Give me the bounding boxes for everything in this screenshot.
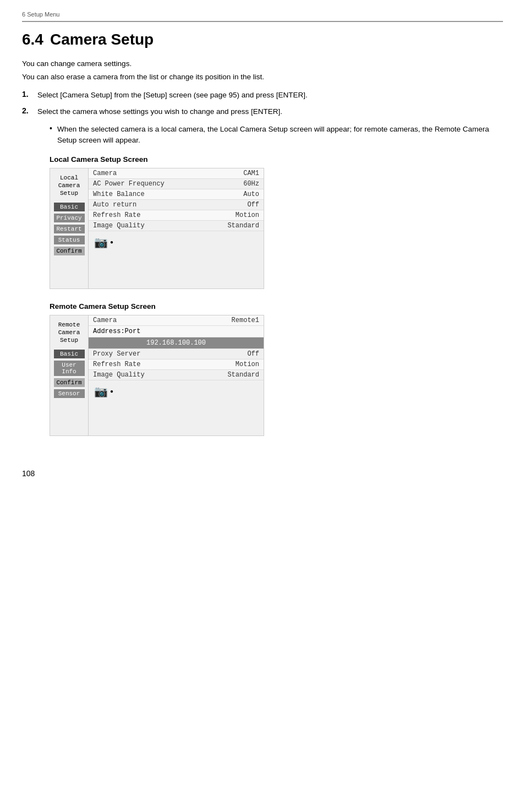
remote-camera-screen-box: RemoteCameraSetup Basic User Info Confir…: [50, 315, 264, 436]
section-number: 6.4: [22, 31, 43, 48]
local-row-auto-return: Auto return Off: [89, 200, 264, 210]
remote-quality-label: Image Quality: [93, 371, 145, 379]
local-row-wb: White Balance Auto: [89, 189, 264, 200]
breadcrumb: 6 Setup Menu: [22, 11, 503, 22]
remote-sensor-button[interactable]: Sensor: [54, 389, 85, 398]
local-ac-label: AC Power Frequency: [93, 180, 165, 188]
remote-camera-icon: 📷: [94, 385, 108, 399]
local-status-button[interactable]: Status: [54, 236, 85, 244]
step-2-text: Select the camera whose settings you wis…: [37, 106, 282, 117]
remote-icon-area: 📷 ●: [89, 380, 264, 403]
remote-camera-label: Camera: [93, 317, 117, 324]
local-sidebar: LocalCameraSetup Basic Privacy Restart S…: [50, 168, 89, 288]
local-icon-area: 📷 ●: [89, 231, 264, 254]
step-1: 1. Select [Camera Setup] from the [Setup…: [22, 90, 503, 101]
remote-row-camera: Camera Remote1: [89, 315, 264, 326]
remote-sidebar-label: RemoteCameraSetup: [58, 321, 80, 345]
breadcrumb-text: 6 Setup Menu: [22, 11, 60, 18]
local-refresh-value: Motion: [236, 211, 259, 219]
bullet-item: • When the selected camera is a local ca…: [50, 124, 503, 146]
local-row-camera: Camera CAM1: [89, 168, 264, 179]
step-1-number: 1.: [22, 90, 37, 99]
local-basic-button[interactable]: Basic: [54, 203, 85, 211]
local-row-ac: AC Power Frequency 60Hz: [89, 179, 264, 189]
local-camera-screen: LocalCameraSetup Basic Privacy Restart S…: [50, 168, 503, 289]
remote-basic-button[interactable]: Basic: [54, 350, 85, 358]
section-title: Camera Setup: [50, 31, 154, 48]
remote-camera-dot: ●: [110, 389, 113, 395]
steps-list: 1. Select [Camera Setup] from the [Setup…: [22, 90, 503, 118]
remote-proxy-label: Proxy Server: [93, 350, 140, 358]
remote-row-proxy: Proxy Server Off: [89, 349, 264, 359]
local-quality-value: Standard: [227, 222, 259, 230]
camera-dot: ●: [110, 239, 113, 246]
local-camera-label: Camera: [93, 170, 117, 177]
remote-screen-title: Remote Camera Setup Screen: [50, 302, 503, 310]
remote-row-quality: Image Quality Standard: [89, 370, 264, 380]
step-1-text: Select [Camera Setup] from the [Setup] s…: [37, 90, 308, 101]
local-quality-label: Image Quality: [93, 222, 145, 230]
remote-camera-screen: RemoteCameraSetup Basic User Info Confir…: [50, 315, 503, 436]
intro-text-1: You can change camera settings.: [22, 58, 503, 69]
remote-refresh-label: Refresh Rate: [93, 361, 140, 368]
remote-screen-main: Camera Remote1 Address:Port 192.168.100.…: [89, 315, 264, 435]
page-number: 108: [22, 469, 503, 478]
remote-address-label: Address:Port: [89, 326, 264, 337]
remote-userinfo-button[interactable]: User Info: [54, 361, 85, 376]
step-2: 2. Select the camera whose settings you …: [22, 106, 503, 117]
local-ac-value: 60Hz: [243, 180, 259, 188]
local-row-refresh: Refresh Rate Motion: [89, 210, 264, 221]
local-confirm-button[interactable]: Confirm: [54, 247, 85, 255]
remote-refresh-value: Motion: [236, 361, 259, 368]
local-privacy-button[interactable]: Privacy: [54, 214, 85, 222]
camera-icon: 📷: [94, 236, 108, 249]
local-sidebar-label: LocalCameraSetup: [58, 174, 80, 198]
local-screen-title: Local Camera Setup Screen: [50, 155, 503, 164]
local-camera-screen-box: LocalCameraSetup Basic Privacy Restart S…: [50, 168, 264, 289]
local-wb-label: White Balance: [93, 190, 145, 198]
remote-confirm-button[interactable]: Confirm: [54, 378, 85, 387]
remote-camera-value: Remote1: [232, 317, 259, 324]
local-refresh-label: Refresh Rate: [93, 211, 140, 219]
bullet-text: When the selected camera is a local came…: [57, 124, 503, 146]
local-camera-value: CAM1: [243, 170, 259, 177]
intro-text-2: You can also erase a camera from the lis…: [22, 72, 503, 83]
local-row-quality: Image Quality Standard: [89, 221, 264, 231]
bullet-dot: •: [50, 124, 57, 133]
remote-sidebar: RemoteCameraSetup Basic User Info Confir…: [50, 315, 89, 435]
local-wb-value: Auto: [243, 190, 259, 198]
remote-proxy-value: Off: [247, 350, 259, 358]
local-ar-label: Auto return: [93, 201, 136, 209]
remote-quality-value: Standard: [227, 371, 259, 379]
remote-address-value: 192.168.100.100: [89, 337, 264, 349]
local-screen-main: Camera CAM1 AC Power Frequency 60Hz Whit…: [89, 168, 264, 288]
local-restart-button[interactable]: Restart: [54, 225, 85, 233]
local-ar-value: Off: [247, 201, 259, 209]
remote-row-refresh: Refresh Rate Motion: [89, 359, 264, 370]
step-2-number: 2.: [22, 106, 37, 115]
